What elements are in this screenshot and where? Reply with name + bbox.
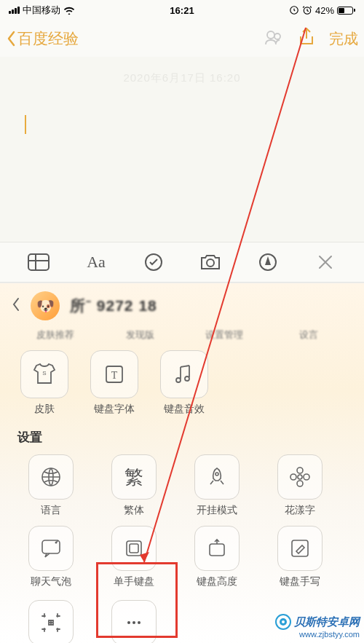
tile-custom-toolbar[interactable]: 定制工具栏 — [15, 600, 87, 643]
tile-handwrite[interactable]: 键盘手写 — [264, 526, 336, 588]
tile-label: 键盘字体 — [94, 403, 135, 416]
tab-item[interactable]: 发现版 — [111, 328, 169, 344]
watermark-logo-icon — [275, 614, 291, 630]
tile-chat-bubble[interactable]: 聊天气泡 — [15, 526, 87, 588]
svg-point-2 — [267, 31, 274, 39]
svg-point-26 — [127, 621, 130, 624]
svg-point-28 — [138, 621, 141, 624]
back-button[interactable]: 百度经验 — [6, 28, 79, 49]
note-editor[interactable]: 2020年6月17日 16:20 — [0, 57, 364, 242]
svg-point-3 — [274, 33, 280, 39]
nav-bar: 百度经验 完成 — [0, 20, 364, 57]
tab-item[interactable]: 设置管理 — [195, 328, 253, 344]
tile-font[interactable]: T 键盘字体 — [90, 350, 138, 416]
wifi-icon — [63, 6, 75, 15]
svg-point-14 — [215, 473, 218, 476]
tile-label: 键盘音效 — [164, 403, 205, 416]
editor-date: 2020年6月17日 16:20 — [20, 71, 344, 85]
tile-traditional[interactable]: 繁 繁体 — [98, 454, 170, 517]
tile-sound[interactable]: 键盘音效 — [160, 350, 208, 416]
username-label: 所ˉ 9272 18 — [70, 296, 157, 316]
font-icon: T — [103, 363, 125, 385]
text-cursor — [25, 115, 26, 134]
tile-onehand[interactable]: 单手键盘 — [98, 526, 170, 588]
tile-label: 语言 — [41, 504, 61, 517]
tile-hack-mode[interactable]: 开挂模式 — [181, 454, 253, 517]
tshirt-icon: S — [32, 363, 57, 385]
svg-point-18 — [290, 474, 296, 480]
svg-rect-4 — [28, 254, 49, 270]
watermark-url: www.zjbstyy.com — [299, 630, 360, 639]
globe-icon — [39, 465, 63, 489]
battery-icon — [337, 7, 355, 15]
tile-language[interactable]: 语言 — [15, 454, 87, 517]
panel-back-icon[interactable] — [12, 297, 20, 315]
svg-rect-23 — [130, 544, 138, 553]
svg-rect-22 — [127, 541, 141, 556]
alarm-icon — [302, 5, 312, 15]
keyboard-settings-panel: 🐶 所ˉ 9272 18 皮肤推荐 发现版 设置管理 设言 S 皮肤 T 键盘字… — [0, 283, 364, 643]
svg-point-19 — [304, 474, 309, 480]
close-icon[interactable] — [312, 249, 339, 275]
tile-label: 聊天气泡 — [31, 575, 71, 588]
traditional-icon: 繁 — [124, 465, 143, 490]
more-icon — [123, 619, 145, 626]
tile-skin[interactable]: S 皮肤 — [20, 350, 68, 416]
share-icon[interactable] — [298, 28, 314, 50]
svg-point-17 — [297, 481, 303, 486]
tile-keyboard-height[interactable]: 键盘高度 — [181, 526, 253, 588]
tab-item[interactable]: 设言 — [280, 328, 338, 344]
svg-point-15 — [298, 475, 302, 479]
panel-tabs: 皮肤推荐 发现版 设置管理 设言 — [0, 328, 364, 344]
onehand-icon — [123, 537, 145, 559]
back-label: 百度经验 — [17, 28, 79, 49]
tile-label: 键盘高度 — [197, 575, 237, 588]
music-icon — [174, 363, 194, 385]
svg-text:S: S — [42, 370, 46, 376]
tile-label: 单手键盘 — [114, 575, 154, 588]
format-toolbar: Aa — [0, 242, 364, 283]
tile-label: 繁体 — [124, 504, 144, 517]
user-avatar[interactable]: 🐶 — [31, 291, 60, 320]
tile-label: 键盘手写 — [280, 575, 320, 588]
tile-label: 开挂模式 — [197, 504, 237, 517]
height-icon — [206, 537, 228, 559]
chevron-left-icon — [6, 31, 16, 47]
battery-percent: 42% — [315, 5, 334, 16]
done-button[interactable]: 完成 — [329, 29, 358, 49]
crop-icon — [40, 612, 62, 634]
tile-more-settings[interactable]: 更多设置 — [98, 600, 170, 643]
tile-label: 花漾字 — [285, 504, 315, 517]
tile-flower-text[interactable]: 花漾字 — [264, 454, 336, 517]
checklist-icon[interactable] — [141, 249, 167, 275]
text-format-icon[interactable]: Aa — [83, 249, 109, 275]
svg-point-16 — [297, 468, 303, 473]
clock: 16:21 — [170, 5, 194, 16]
status-bar: 中国移动 16:21 42% — [0, 0, 364, 20]
rocket-icon — [206, 466, 228, 488]
handwrite-icon — [289, 537, 311, 559]
section-title: 设置 — [0, 419, 364, 449]
svg-point-12 — [185, 376, 189, 381]
svg-point-33 — [282, 620, 285, 623]
tile-label: 皮肤 — [34, 403, 55, 416]
markup-icon[interactable] — [255, 249, 281, 275]
table-icon[interactable] — [25, 249, 52, 275]
tab-item[interactable]: 皮肤推荐 — [26, 328, 84, 344]
svg-text:T: T — [111, 370, 118, 381]
svg-point-27 — [132, 621, 135, 624]
svg-rect-24 — [210, 544, 224, 556]
signal-icon — [9, 7, 20, 14]
carrier-label: 中国移动 — [23, 4, 60, 17]
chat-bubble-icon — [39, 537, 63, 559]
svg-point-11 — [176, 378, 181, 382]
flower-icon — [288, 465, 312, 489]
lock-rotation-icon — [289, 5, 299, 15]
camera-icon[interactable] — [197, 249, 223, 275]
svg-point-6 — [207, 259, 214, 267]
watermark: 贝斯特安卓网 www.zjbstyy.com — [275, 614, 360, 639]
watermark-brand: 贝斯特安卓网 — [294, 615, 360, 629]
collab-icon[interactable] — [264, 28, 284, 49]
